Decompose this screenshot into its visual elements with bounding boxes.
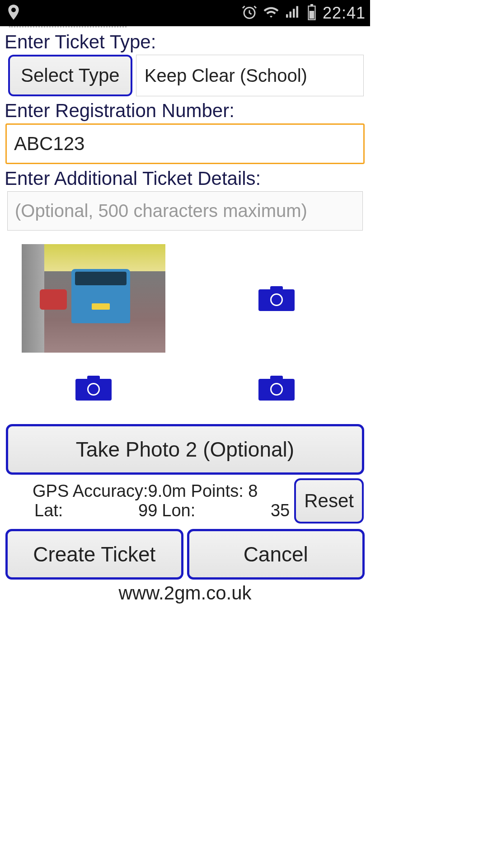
camera-icon — [75, 376, 112, 401]
photo-thumbnail-1 — [22, 244, 165, 353]
ticket-type-label: Enter Ticket Type: — [5, 31, 366, 53]
gps-lon-value: 35 — [271, 501, 290, 520]
gps-points-value: 8 — [248, 481, 258, 500]
svg-rect-2 — [310, 4, 313, 6]
select-type-button[interactable]: Select Type — [8, 55, 132, 96]
reset-button[interactable]: Reset — [294, 478, 364, 524]
alarm-icon — [241, 4, 258, 22]
footer-url: www.2gm.co.uk — [4, 582, 366, 604]
gps-accuracy-value: 9.0m — [148, 481, 186, 500]
photo-slot-2[interactable] — [187, 244, 367, 353]
photo-slot-4[interactable] — [187, 356, 367, 420]
take-photo-button[interactable]: Take Photo 2 (Optional) — [6, 424, 364, 475]
gps-lat-label: Lat: — [34, 501, 63, 520]
main-content: Enter Ticket Type: Select Type Keep Clea… — [0, 26, 370, 604]
status-bar: 22:41 — [0, 0, 370, 26]
svg-rect-3 — [310, 11, 314, 19]
photo-slot-1[interactable] — [4, 244, 183, 353]
battery-icon — [306, 4, 317, 22]
details-label: Enter Additional Ticket Details: — [5, 168, 366, 189]
cancel-button[interactable]: Cancel — [187, 529, 365, 580]
wifi-icon — [263, 4, 279, 22]
clock-time: 22:41 — [323, 4, 366, 23]
gps-lon-label: Lon: — [162, 501, 195, 520]
details-input[interactable] — [7, 191, 363, 231]
camera-icon — [258, 286, 295, 311]
gps-info: GPS Accuracy:9.0m Points: 8 Lat: 99 Lon:… — [5, 481, 294, 520]
gps-points-label: Points: — [191, 481, 244, 500]
gps-lat-value: 99 — [138, 501, 157, 520]
create-ticket-button[interactable]: Create Ticket — [5, 529, 183, 580]
photo-slot-3[interactable] — [4, 356, 183, 420]
separator-line — [9, 26, 127, 28]
camera-icon — [258, 376, 295, 401]
signal-icon — [285, 4, 301, 22]
selected-type-display: Keep Clear (School) — [136, 55, 364, 96]
registration-input[interactable] — [5, 123, 365, 164]
registration-label: Enter Registration Number: — [5, 100, 366, 122]
gps-accuracy-label: GPS Accuracy: — [33, 481, 148, 500]
location-pin-icon — [5, 3, 23, 23]
